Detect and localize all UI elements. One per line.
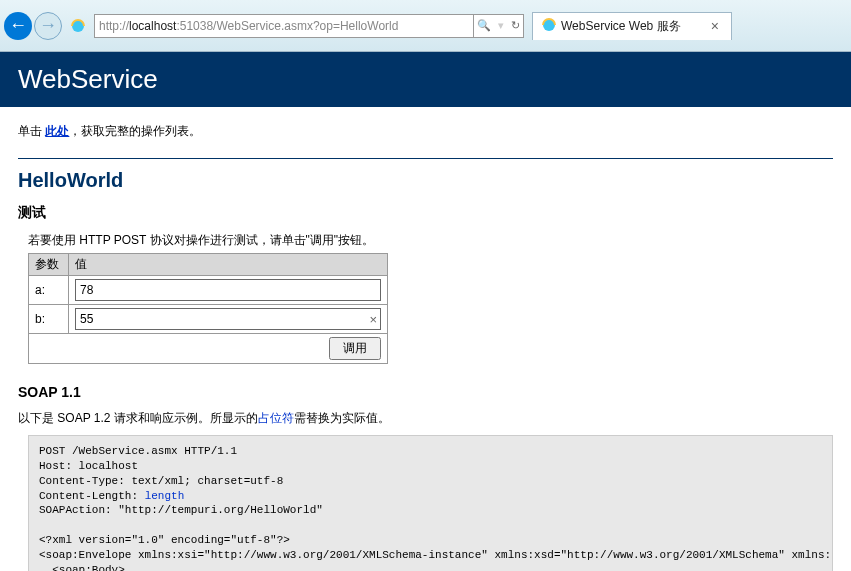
url-scheme: http://	[99, 19, 129, 33]
tab-title: WebService Web 服务	[561, 18, 707, 35]
url-path: :51038/WebService.asmx?op=HelloWorld	[176, 19, 398, 33]
soap-heading: SOAP 1.1	[18, 384, 833, 400]
soap-description: 以下是 SOAP 1.2 请求和响应示例。所显示的占位符需替换为实际值。	[18, 410, 833, 427]
clear-icon[interactable]: ×	[369, 312, 377, 327]
invoke-button[interactable]: 调用	[329, 337, 381, 360]
param-label-a: a:	[29, 276, 69, 305]
refresh-icon[interactable]: ↻	[511, 19, 520, 32]
table-row: b: ×	[29, 305, 388, 334]
ie-icon	[541, 17, 557, 36]
param-input-a[interactable]	[75, 279, 381, 301]
param-label-b: b:	[29, 305, 69, 334]
forward-button[interactable]: →	[34, 12, 62, 40]
address-bar[interactable]: http://localhost:51038/WebService.asmx?o…	[94, 14, 474, 38]
page-content: 单击 此处，获取完整的操作列表。 HelloWorld 测试 若要使用 HTTP…	[0, 107, 851, 571]
breadcrumb: 单击 此处，获取完整的操作列表。	[18, 123, 833, 140]
operation-name: HelloWorld	[18, 169, 833, 192]
divider	[18, 158, 833, 159]
test-description: 若要使用 HTTP POST 协议对操作进行测试，请单击"调用"按钮。	[28, 232, 833, 249]
url-host: localhost	[129, 19, 176, 33]
soap-request-code: POST /WebService.asmx HTTP/1.1 Host: loc…	[28, 435, 833, 571]
param-input-b[interactable]	[75, 308, 381, 330]
col-param: 参数	[29, 254, 69, 276]
param-table: 参数 值 a: b: × 调用	[28, 253, 388, 364]
close-icon[interactable]: ×	[707, 18, 723, 34]
back-button[interactable]: ←	[4, 12, 32, 40]
col-value: 值	[69, 254, 388, 276]
table-row: a:	[29, 276, 388, 305]
test-heading: 测试	[18, 204, 833, 222]
page-banner: WebService	[0, 52, 851, 107]
search-icon[interactable]: 🔍	[477, 19, 491, 32]
breadcrumb-link[interactable]: 此处	[45, 124, 69, 138]
browser-toolbar: ← → http://localhost:51038/WebService.as…	[0, 0, 851, 52]
table-row: 调用	[29, 334, 388, 364]
service-title: WebService	[18, 64, 833, 95]
browser-tab[interactable]: WebService Web 服务 ×	[532, 12, 732, 40]
search-refresh-box: 🔍 ▾ ↻	[474, 14, 524, 38]
ie-icon	[70, 17, 88, 35]
